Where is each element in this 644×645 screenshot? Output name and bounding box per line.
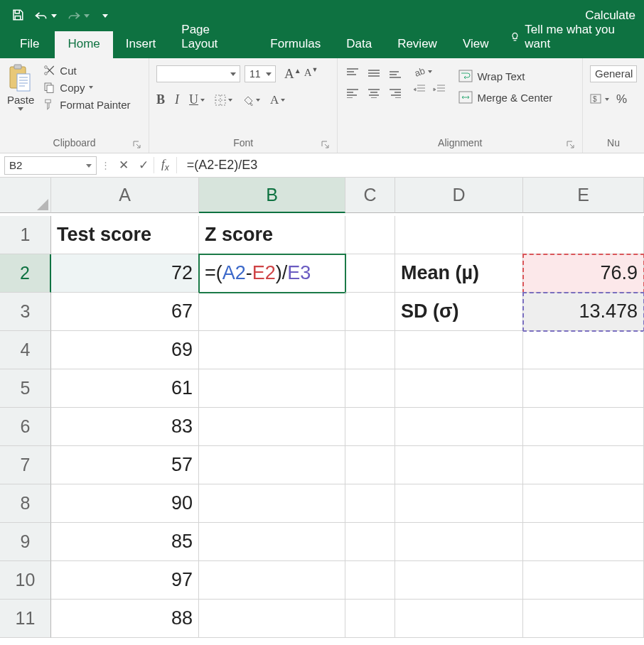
row-header-4[interactable]: 4 [0, 331, 51, 369]
row-header-1[interactable]: 1 [0, 216, 51, 254]
align-center-icon[interactable] [366, 85, 382, 101]
number-format-select[interactable]: General [590, 65, 637, 82]
merge-center-button[interactable]: Merge & Center [458, 91, 559, 104]
cell-e3[interactable]: 13.478 [523, 293, 644, 331]
tab-review[interactable]: Review [385, 31, 450, 58]
tab-data[interactable]: Data [333, 31, 385, 58]
align-right-icon[interactable] [387, 85, 403, 101]
copy-button[interactable]: Copy [43, 81, 130, 94]
cell-a9[interactable]: 85 [51, 523, 199, 561]
cell-b1[interactable]: Z score [199, 216, 345, 254]
cell-b8[interactable] [199, 484, 345, 523]
borders-button[interactable] [215, 94, 232, 106]
fill-color-button[interactable] [242, 94, 260, 106]
cell-d5[interactable] [395, 369, 523, 408]
cell-c9[interactable] [345, 523, 395, 561]
cell-c7[interactable] [345, 446, 395, 484]
cell-c3[interactable] [345, 293, 395, 331]
font-size-select[interactable]: 11 [245, 65, 276, 82]
cell-c1[interactable] [345, 216, 395, 254]
tab-file[interactable]: File [10, 31, 55, 58]
col-header-d[interactable]: D [395, 178, 523, 213]
cell-a4[interactable]: 69 [51, 331, 199, 369]
font-dialog-launcher[interactable] [321, 140, 330, 148]
align-left-icon[interactable] [345, 85, 360, 101]
col-header-a[interactable]: A [51, 178, 199, 213]
customize-qat-icon[interactable] [102, 14, 108, 18]
row-header-7[interactable]: 7 [0, 446, 51, 484]
tab-insert[interactable]: Insert [113, 31, 169, 58]
tab-page-layout[interactable]: Page Layout [168, 17, 257, 58]
undo-button[interactable] [34, 10, 57, 21]
row-header-3[interactable]: 3 [0, 293, 51, 331]
alignment-dialog-launcher[interactable] [567, 140, 575, 148]
increase-font-icon[interactable]: A▲ [284, 66, 301, 82]
col-header-b[interactable]: B [199, 178, 345, 213]
cell-b11[interactable] [199, 600, 345, 638]
enter-formula-button[interactable]: ✓ [134, 158, 154, 173]
format-painter-button[interactable]: Format Painter [43, 98, 130, 111]
cell-c6[interactable] [345, 408, 395, 446]
cell-c11[interactable] [345, 600, 395, 638]
cell-a6[interactable]: 83 [51, 408, 199, 446]
cell-e4[interactable] [523, 331, 644, 369]
row-header-9[interactable]: 9 [0, 523, 51, 561]
orientation-button[interactable]: ab [413, 65, 446, 78]
wrap-text-button[interactable]: Wrap Text [458, 70, 559, 82]
row-header-5[interactable]: 5 [0, 369, 51, 408]
increase-indent-icon[interactable] [433, 84, 446, 96]
cell-d9[interactable] [395, 523, 523, 561]
tab-view[interactable]: View [450, 31, 502, 58]
font-color-button[interactable]: A [270, 93, 285, 107]
cell-a5[interactable]: 61 [51, 369, 199, 408]
cell-b10[interactable] [199, 561, 345, 600]
spreadsheet-grid[interactable]: A B C D E 1 Test score Z score 2 72 =(A2… [0, 178, 644, 638]
cell-e2[interactable]: 76.9 [523, 254, 644, 293]
row-header-8[interactable]: 8 [0, 484, 51, 523]
cell-a7[interactable]: 57 [51, 446, 199, 484]
row-header-2[interactable]: 2 [0, 254, 51, 293]
align-top-icon[interactable] [345, 65, 360, 81]
cell-b9[interactable] [199, 523, 345, 561]
cell-a2[interactable]: 72 [51, 254, 199, 293]
cell-a8[interactable]: 90 [51, 484, 199, 523]
cell-b2[interactable]: =(A2-E2)/E3 [199, 254, 345, 293]
cell-d4[interactable] [395, 331, 523, 369]
cell-e10[interactable] [523, 561, 644, 600]
row-header-11[interactable]: 11 [0, 600, 51, 638]
cell-b7[interactable] [199, 446, 345, 484]
cell-c4[interactable] [345, 331, 395, 369]
cell-e6[interactable] [523, 408, 644, 446]
cell-e11[interactable] [523, 600, 644, 638]
cell-d3[interactable]: SD (σ) [395, 293, 523, 331]
cancel-formula-button[interactable]: ✕ [114, 158, 134, 173]
cell-d7[interactable] [395, 446, 523, 484]
cell-d1[interactable] [395, 216, 523, 254]
cell-b4[interactable] [199, 331, 345, 369]
cell-e5[interactable] [523, 369, 644, 408]
redo-button[interactable] [67, 10, 90, 21]
row-header-10[interactable]: 10 [0, 561, 51, 600]
col-header-c[interactable]: C [345, 178, 395, 213]
clipboard-dialog-launcher[interactable] [133, 140, 141, 148]
tab-home[interactable]: Home [55, 31, 112, 58]
underline-button[interactable]: U [189, 92, 205, 107]
font-name-select[interactable] [156, 65, 240, 82]
save-icon[interactable] [11, 9, 24, 23]
row-header-6[interactable]: 6 [0, 408, 51, 446]
cell-e8[interactable] [523, 484, 644, 523]
decrease-font-icon[interactable]: A▼ [304, 66, 318, 82]
cell-c2[interactable] [345, 254, 395, 293]
fx-icon[interactable]: fx [154, 157, 177, 173]
cell-b6[interactable] [199, 408, 345, 446]
align-middle-icon[interactable] [366, 65, 382, 81]
cell-d11[interactable] [395, 600, 523, 638]
decrease-indent-icon[interactable] [413, 84, 426, 96]
cell-e7[interactable] [523, 446, 644, 484]
tab-formulas[interactable]: Formulas [257, 31, 333, 58]
paste-button[interactable]: Paste [7, 63, 38, 134]
tell-me-search[interactable]: Tell me what you want [501, 17, 644, 58]
cell-a3[interactable]: 67 [51, 293, 199, 331]
cell-a11[interactable]: 88 [51, 600, 199, 638]
cell-b3[interactable] [199, 293, 345, 331]
